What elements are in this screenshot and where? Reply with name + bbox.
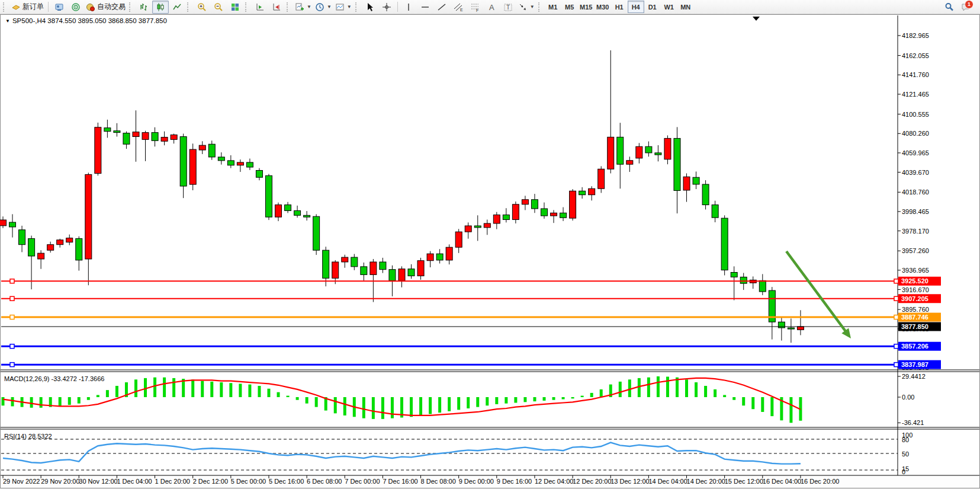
macd-scale-label: 0.00 (902, 394, 914, 401)
notifications-button[interactable]: 1 (957, 1, 974, 14)
timeframe-button-w1[interactable]: W1 (661, 1, 677, 13)
candle-body (551, 213, 557, 216)
search-button[interactable] (941, 1, 957, 14)
cursor-icon (365, 2, 375, 12)
line-handle[interactable] (10, 315, 14, 319)
new-order-button[interactable]: 新订单 (9, 1, 46, 14)
candle-body (598, 169, 605, 188)
candle-body (693, 177, 699, 184)
candle-body (797, 327, 804, 330)
profiles-icon (54, 2, 64, 12)
candle-body (332, 262, 339, 278)
fibonacci-button[interactable]: F (467, 1, 483, 14)
line-chart-icon (172, 2, 182, 12)
period-clock-button[interactable]: ▼ (313, 1, 333, 14)
candle-body (208, 144, 215, 157)
candle (95, 123, 101, 175)
new-chart-button[interactable]: ▼ (293, 1, 313, 14)
timeframe-button-m30[interactable]: M30 (595, 1, 611, 13)
candle-body (285, 205, 291, 211)
trendline-button[interactable] (433, 1, 450, 14)
line-axis-handle[interactable] (894, 315, 898, 319)
price-line-label-3925.520: 3925.520 (894, 277, 941, 286)
candle (189, 143, 196, 190)
timeframe-button-h1[interactable]: H1 (611, 1, 628, 13)
timeframe-button-mn[interactable]: MN (677, 1, 694, 13)
line-handle[interactable] (10, 363, 14, 367)
line-chart-button[interactable] (169, 1, 185, 14)
horizontal-line-icon (420, 2, 430, 12)
candle-body (313, 216, 320, 250)
line-axis-handle[interactable] (894, 344, 898, 349)
profiles-button[interactable] (51, 1, 68, 14)
rsi-scale-label: 50 (902, 450, 909, 458)
timeframe-button-h4[interactable]: H4 (628, 1, 644, 13)
text-button[interactable]: A (483, 1, 500, 14)
price-label-text: 3925.520 (901, 277, 928, 285)
price-tick-label: 4039.670 (902, 169, 929, 176)
timeframe-button-m15[interactable]: M15 (578, 1, 595, 13)
text-label-button[interactable]: T (500, 1, 516, 14)
candle-body (304, 215, 310, 217)
timeframe-button-m5[interactable]: M5 (561, 1, 578, 13)
candle-body (389, 270, 396, 281)
chart-canvas[interactable]: 4182.9654162.0554141.7604121.4654100.555… (0, 14, 980, 489)
channel-button[interactable]: E (450, 1, 467, 14)
bar-chart-button[interactable] (136, 1, 152, 14)
line-axis-handle[interactable] (894, 279, 898, 283)
candlestick-chart-button[interactable] (152, 1, 169, 14)
signal-button[interactable] (68, 1, 84, 14)
candle-body (455, 232, 462, 247)
trendline-icon (437, 2, 446, 12)
crosshair-button[interactable] (378, 1, 395, 14)
price-tick-label: 4080.260 (902, 130, 929, 137)
period-clock-icon (315, 2, 324, 12)
indicators-button[interactable]: ▼ (333, 1, 354, 14)
chart-shift-icon (272, 2, 281, 12)
candle-body (104, 128, 111, 132)
price-tick-label: 4162.055 (902, 52, 929, 59)
tile-windows-button[interactable] (227, 1, 243, 14)
chart-window[interactable]: 4182.9654162.0554141.7604121.4654100.555… (0, 14, 980, 489)
timeframe-button-d1[interactable]: D1 (644, 1, 661, 13)
autotrade-icon (86, 2, 95, 12)
line-axis-handle[interactable] (894, 296, 898, 301)
cursor-button[interactable] (362, 1, 378, 14)
candle-body (57, 240, 63, 245)
candle-body (38, 253, 44, 259)
chart-menu-triangle-icon[interactable]: ▼ (5, 18, 10, 24)
candle-body (503, 215, 509, 219)
price-label-text: 3887.746 (901, 314, 928, 321)
horizontal-line-button[interactable] (417, 1, 433, 14)
candle-body (560, 213, 567, 218)
time-tick-label: 8 Dec 08:00 (421, 478, 456, 485)
macd-label: MACD(12,26,9) -33.4272 -17.3666 (4, 375, 104, 382)
line-handle[interactable] (10, 279, 14, 283)
tile-windows-icon (230, 2, 240, 12)
chevron-down-icon: ▼ (307, 4, 311, 9)
candle-body (294, 210, 301, 215)
vertical-line-button[interactable] (400, 1, 417, 14)
zoom-in-button[interactable] (194, 1, 210, 14)
macd-scale-label: -36.421 (902, 419, 924, 426)
candle-body (778, 322, 785, 328)
rsi-scale-label: 80 (902, 436, 909, 443)
chevron-down-icon: ▼ (327, 4, 332, 9)
price-tick-label: 4018.760 (902, 188, 929, 196)
timeframe-button-m1[interactable]: M1 (545, 1, 561, 13)
price-tick-label: 4059.965 (902, 149, 929, 156)
time-tick-label: 9 Dec 00:00 (459, 478, 494, 485)
time-tick-label: 7 Dec 00:00 (345, 478, 380, 485)
line-handle[interactable] (10, 296, 14, 301)
new-chart-icon (295, 2, 304, 12)
zoom-out-button[interactable] (210, 1, 227, 14)
line-axis-handle[interactable] (894, 363, 898, 367)
candle-body (237, 162, 243, 165)
candle-body (199, 145, 205, 150)
chart-shift-button[interactable] (268, 1, 285, 14)
auto-trading-button[interactable]: 自动交易 (84, 1, 127, 14)
line-handle[interactable] (10, 344, 14, 349)
arrows-button[interactable]: ▼ (516, 1, 536, 14)
candle-body (133, 132, 139, 137)
auto-scroll-button[interactable] (252, 1, 268, 14)
